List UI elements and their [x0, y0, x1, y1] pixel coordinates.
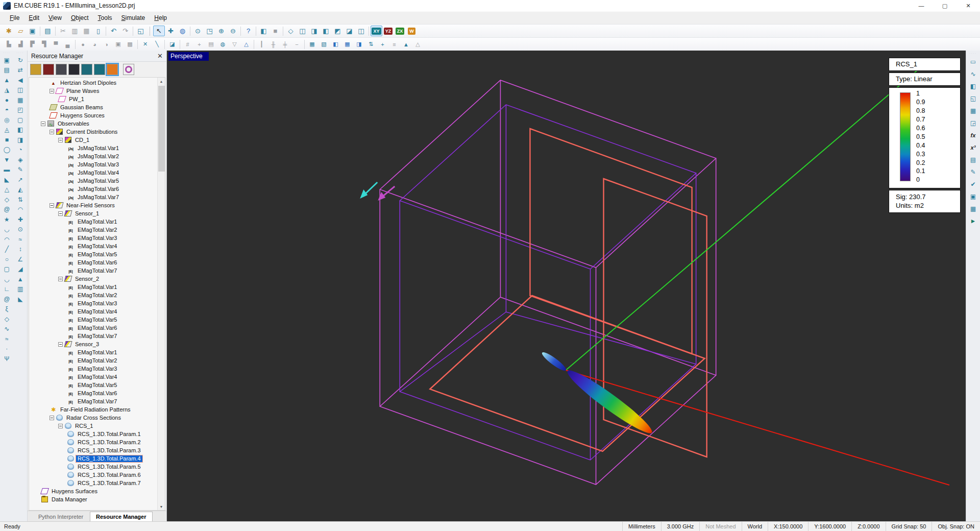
open-project-button[interactable]: ▱: [15, 26, 27, 36]
scroll-thumb[interactable]: [158, 86, 165, 172]
step-tool-2[interactable]: ▟: [15, 39, 27, 50]
print-button[interactable]: ▤: [42, 26, 54, 36]
helix-tool[interactable]: ξ: [1, 304, 13, 315]
circle-curve-tool[interactable]: ○: [1, 254, 13, 264]
script-button[interactable]: ▤: [967, 154, 979, 166]
scroll-down-icon[interactable]: ▼: [158, 503, 165, 510]
tree-item[interactable]: RCS_1: [29, 422, 165, 430]
cone-shape-tool[interactable]: ▲: [1, 75, 13, 85]
truncated-cone-tool[interactable]: ◮: [1, 85, 13, 95]
edit-tool[interactable]: ✎: [14, 165, 26, 175]
tree-item[interactable]: EMagTotal.Var4: [29, 307, 165, 316]
tree-item[interactable]: EMagTotal.Var2: [29, 356, 165, 365]
module-physical-optics[interactable]: [68, 64, 80, 75]
tree-item[interactable]: EMagTotal.Var1: [29, 283, 165, 291]
union-tool[interactable]: ◧: [14, 125, 26, 135]
maximize-button[interactable]: ▢: [933, 0, 957, 11]
zoom-extents-button[interactable]: ⊙: [192, 26, 204, 36]
grid-settings-button[interactable]: ▦: [967, 105, 979, 117]
save-button[interactable]: ▣: [27, 26, 38, 36]
measure-tool-button[interactable]: ▭: [967, 56, 979, 68]
expand-toggle-icon[interactable]: [58, 424, 63, 428]
tree-item[interactable]: Sensor_1: [29, 209, 165, 218]
expand-toggle-icon[interactable]: [58, 342, 63, 347]
axes-box-button[interactable]: ◇: [285, 26, 297, 36]
subtract-tool[interactable]: ▢: [14, 115, 26, 125]
step-tool-3[interactable]: ▛: [27, 39, 38, 50]
wave-surface-tool[interactable]: ≈: [14, 234, 26, 245]
rotate-tool[interactable]: ↻: [14, 55, 26, 65]
box-tool-1[interactable]: ▣: [112, 39, 124, 50]
view-iso-1-button[interactable]: ◫: [297, 26, 308, 36]
intersect-tool[interactable]: ✕: [139, 39, 151, 50]
tree-item[interactable]: Huygens Surfaces: [29, 487, 165, 495]
validate-button[interactable]: ✔: [967, 178, 979, 190]
view-yz-button[interactable]: YZ: [382, 26, 394, 36]
menu-item[interactable]: Edit: [24, 13, 44, 23]
tree-item[interactable]: RCS_1.3D.Total.Param.2: [29, 438, 165, 446]
domain-box-button[interactable]: ◱: [967, 92, 979, 105]
scroll-up-icon[interactable]: ▲: [158, 78, 165, 85]
line-tool-1[interactable]: ▀: [50, 39, 62, 50]
stretch-tool[interactable]: ↕: [14, 245, 26, 255]
view-xy-button[interactable]: XY: [371, 26, 382, 36]
swap-tool[interactable]: ⇅: [365, 39, 377, 50]
paste-button[interactable]: ▦: [81, 26, 92, 36]
array-copy-tool[interactable]: ▦: [14, 95, 26, 105]
extrude-tool[interactable]: ↗: [14, 175, 26, 185]
menu-item[interactable]: Simulate: [117, 13, 150, 23]
module-propagation[interactable]: [56, 64, 67, 75]
pan-tool-button[interactable]: ✚: [165, 26, 177, 36]
triangle-tool[interactable]: △: [1, 185, 13, 195]
rect-strip-tool[interactable]: ■: [1, 135, 13, 145]
torus-tool[interactable]: ◎: [1, 115, 13, 125]
waveform-button[interactable]: ∿: [967, 68, 979, 80]
tree-scrollbar[interactable]: ▲ ▼: [157, 78, 165, 510]
redo-button[interactable]: ↷: [119, 26, 131, 36]
tree-item[interactable]: EMagTotal.Var1: [29, 218, 165, 226]
mirror-tool[interactable]: ◀: [14, 75, 26, 85]
tree-item[interactable]: RCS_1.3D.Total.Param.3: [29, 446, 165, 454]
cross-section-tool[interactable]: ✚: [14, 214, 26, 225]
crescent-tool[interactable]: ◡: [1, 225, 13, 235]
point-tool[interactable]: ·: [1, 344, 13, 354]
expand-toggle-icon[interactable]: [58, 138, 63, 142]
tree-item[interactable]: RCS_1.3D.Total.Param.4: [29, 454, 165, 463]
material-tool[interactable]: ◍: [217, 39, 229, 50]
mesh-up-tool[interactable]: △: [240, 39, 252, 50]
tree-item[interactable]: Current Distributions: [29, 128, 165, 136]
array-tool[interactable]: ▦: [306, 39, 318, 50]
tree-item[interactable]: Near-Field Sensors: [29, 201, 165, 209]
tree-item[interactable]: Plane Waves: [29, 87, 165, 95]
orbit-tool-button[interactable]: ◍: [177, 26, 188, 36]
step-tool-4[interactable]: ▜: [38, 39, 50, 50]
angle-measure-tool[interactable]: ∠: [14, 254, 26, 264]
round-tool-1[interactable]: ●: [77, 39, 89, 50]
tree-item[interactable]: JsMagTotal.Var6: [29, 185, 165, 193]
minus-tool[interactable]: −: [291, 39, 303, 50]
view-zx-button[interactable]: ZX: [394, 26, 406, 36]
undo-button[interactable]: ↶: [108, 26, 119, 36]
view-iso-5-button[interactable]: ◪: [344, 26, 355, 36]
list-tool[interactable]: ≡: [388, 39, 400, 50]
tree-item[interactable]: EMagTotal.Var3: [29, 299, 165, 307]
tree-item[interactable]: EMagTotal.Var4: [29, 242, 165, 250]
expand-toggle-icon[interactable]: [50, 89, 54, 93]
module-terrano[interactable]: [123, 64, 134, 75]
tree-item[interactable]: EMagTotal.Var2: [29, 226, 165, 234]
module-illumina-selected[interactable]: [107, 64, 118, 75]
viewport-3d[interactable]: Perspective: [167, 51, 966, 521]
intersect-bool-tool[interactable]: ◨: [14, 135, 26, 145]
expand-toggle-icon[interactable]: [58, 211, 63, 216]
rounded-rect-tool[interactable]: ▢: [1, 264, 13, 275]
tree-item[interactable]: JsMagTotal.Var5: [29, 177, 165, 185]
nurbs-tool[interactable]: ≈: [1, 334, 13, 344]
tree-item[interactable]: RCS_1.3D.Total.Param.7: [29, 479, 165, 487]
tree-item[interactable]: EMagTotal.Var5: [29, 250, 165, 258]
tree-item[interactable]: EMagTotal.Var5: [29, 316, 165, 324]
tree-item[interactable]: Gaussian Beams: [29, 103, 165, 111]
table-tool[interactable]: ▦: [341, 39, 353, 50]
module-planar[interactable]: [81, 64, 92, 75]
box-shape-tool[interactable]: ▣: [1, 55, 13, 65]
function-editor-button[interactable]: fx: [967, 129, 979, 141]
